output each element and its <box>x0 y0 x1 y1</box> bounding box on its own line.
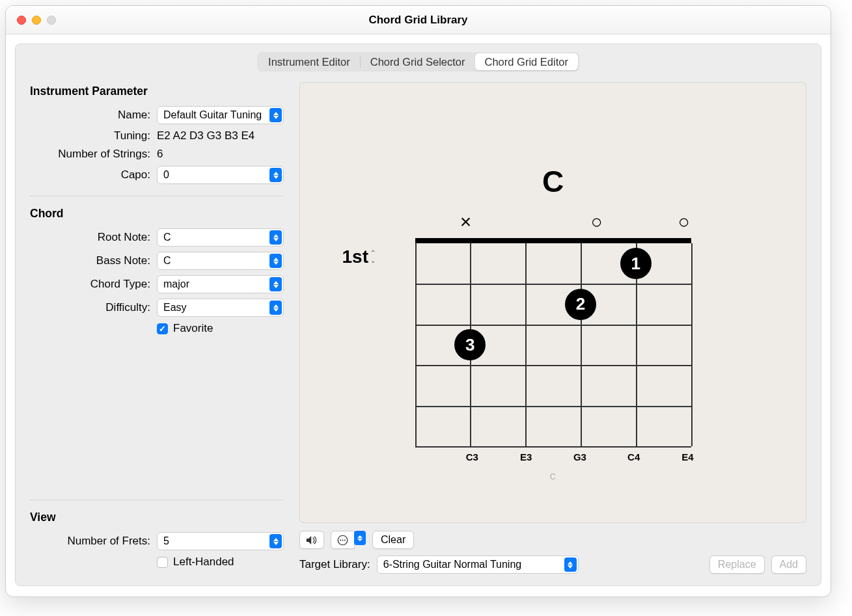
toolbar-row: Clear <box>299 531 806 549</box>
name-select[interactable]: Default Guitar Tuning <box>157 106 284 124</box>
nut-mark <box>546 212 560 232</box>
fret-grid[interactable]: 1 2 3 <box>415 238 691 446</box>
svg-point-3 <box>344 539 346 541</box>
dropdown-arrows-icon <box>269 230 282 245</box>
name-value: Default Guitar Tuning <box>163 109 262 121</box>
tab-row: Instrument Editor Chord Grid Selector Ch… <box>16 44 821 78</box>
dropdown-arrows-icon <box>564 557 577 572</box>
chord-sublabel: C <box>410 472 696 481</box>
dropdown-arrows-icon <box>269 168 282 182</box>
strings-value: 6 <box>157 148 163 161</box>
name-label: Name: <box>30 109 157 122</box>
content: Instrument Editor Chord Grid Selector Ch… <box>6 34 831 596</box>
nut-mark-mute: × <box>459 212 473 232</box>
window: Chord Grid Library Instrument Editor Cho… <box>5 5 831 597</box>
svg-point-2 <box>342 539 343 541</box>
capo-select[interactable]: 0 <box>157 166 284 184</box>
bass-select[interactable]: C <box>157 252 284 270</box>
difficulty-select[interactable]: Easy <box>157 299 284 317</box>
dropdown-arrows-icon <box>269 534 282 548</box>
frets-label: Number of Frets: <box>30 535 157 548</box>
nut-row: × ○ ○ <box>410 212 696 238</box>
options-button[interactable] <box>331 531 355 549</box>
target-label: Target Library: <box>299 558 370 571</box>
options-split-button[interactable] <box>331 531 366 549</box>
frets-select[interactable]: 5 <box>157 532 284 550</box>
divider <box>30 500 284 500</box>
type-select[interactable]: major <box>157 275 284 293</box>
favorite-label: Favorite <box>173 322 213 335</box>
type-label: Chord Type: <box>30 278 157 291</box>
root-value: C <box>163 232 171 243</box>
root-label: Root Note: <box>30 231 157 244</box>
capo-value: 0 <box>163 169 169 181</box>
left-handed-label: Left-Handed <box>173 556 234 569</box>
ellipsis-circle-icon <box>337 535 348 546</box>
instrument-heading: Instrument Parameter <box>30 85 284 98</box>
finger-dot-1[interactable]: 1 <box>620 248 652 279</box>
view-heading: View <box>30 511 284 524</box>
add-button[interactable]: Add <box>771 556 806 574</box>
tab-segmented: Instrument Editor Chord Grid Selector Ch… <box>257 52 579 72</box>
dropdown-arrows-icon <box>269 277 282 291</box>
capo-label: Capo: <box>30 168 157 181</box>
dropdown-arrows-icon <box>269 108 282 122</box>
main-row: Instrument Parameter Name: Default Guita… <box>16 78 821 585</box>
svg-point-1 <box>340 539 341 541</box>
dropdown-arrows-icon <box>269 301 282 315</box>
window-title: Chord Grid Library <box>6 14 831 27</box>
nut-mark-open: ○ <box>590 212 604 232</box>
main-pane: Instrument Editor Chord Grid Selector Ch… <box>15 44 821 586</box>
dropdown-arrows-icon[interactable] <box>354 531 366 545</box>
nut-mark-open: ○ <box>677 212 691 232</box>
nut-mark <box>502 212 517 232</box>
type-value: major <box>163 278 189 290</box>
root-select[interactable]: C <box>157 228 284 247</box>
target-row: Target Library: 6-String Guitar Normal T… <box>299 556 806 574</box>
chord-grid: C 1st ⌃⌄ × ○ <box>410 164 696 481</box>
difficulty-label: Difficulty: <box>30 301 157 314</box>
tab-instrument-editor[interactable]: Instrument Editor <box>258 53 360 70</box>
nut-mark <box>633 212 648 232</box>
chord-heading: Chord <box>30 207 284 221</box>
favorite-checkbox[interactable] <box>157 323 168 334</box>
tuning-value: E2 A2 D3 G3 B3 E4 <box>157 129 254 142</box>
speaker-icon <box>306 535 318 545</box>
left-handed-row[interactable]: Left-Handed <box>157 556 234 569</box>
left-panel: Instrument Parameter Name: Default Guita… <box>30 82 284 574</box>
note-labels: C3 E3 G3 C4 E4 <box>410 446 696 462</box>
strings-label: Number of Strings: <box>30 148 157 161</box>
clear-button[interactable]: Clear <box>372 531 414 549</box>
finger-dot-2[interactable]: 2 <box>565 289 596 320</box>
dropdown-arrows-icon <box>269 254 282 268</box>
fret-stepper-icon[interactable]: ⌃⌄ <box>370 250 376 264</box>
target-value: 6-String Guitar Normal Tuning <box>383 559 522 570</box>
tab-chord-grid-selector[interactable]: Chord Grid Selector <box>361 53 475 70</box>
divider <box>30 196 284 196</box>
left-handed-checkbox[interactable] <box>157 557 168 568</box>
tuning-label: Tuning: <box>30 129 157 142</box>
chord-name: C <box>410 164 696 199</box>
bass-label: Bass Note: <box>30 254 157 267</box>
bass-value: C <box>163 255 171 267</box>
right-panel: C 1st ⌃⌄ × ○ <box>299 82 806 574</box>
fret-position-label[interactable]: 1st ⌃⌄ <box>342 247 376 267</box>
tab-chord-grid-editor[interactable]: Chord Grid Editor <box>475 53 578 70</box>
play-sound-button[interactable] <box>299 531 324 549</box>
frets-value: 5 <box>163 535 169 547</box>
chord-diagram-area[interactable]: C 1st ⌃⌄ × ○ <box>299 82 806 523</box>
replace-button[interactable]: Replace <box>709 556 765 574</box>
titlebar: Chord Grid Library <box>6 6 831 34</box>
finger-dot-3[interactable]: 3 <box>454 329 486 360</box>
favorite-row[interactable]: Favorite <box>157 322 213 335</box>
target-library-select[interactable]: 6-String Guitar Normal Tuning <box>377 556 579 574</box>
difficulty-value: Easy <box>163 302 187 314</box>
